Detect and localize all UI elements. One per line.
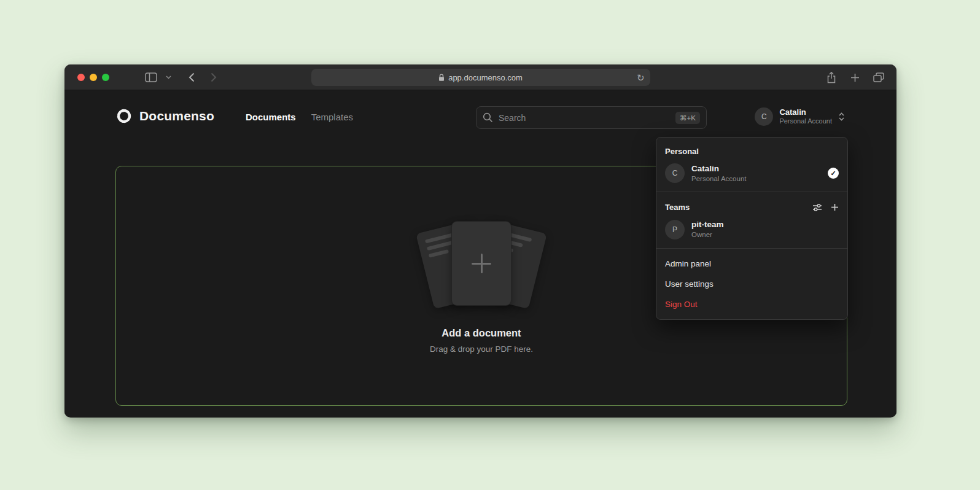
search-input[interactable] xyxy=(499,113,670,123)
menu-divider xyxy=(656,248,847,249)
illustration-card-center xyxy=(452,222,511,305)
share-icon[interactable] xyxy=(826,71,837,84)
brand-name: Documenso xyxy=(139,109,214,123)
documents-illustration xyxy=(414,218,549,311)
sidebar-toggle-icon[interactable] xyxy=(145,72,157,82)
lock-icon xyxy=(438,74,445,82)
minimize-window-button[interactable] xyxy=(90,74,97,81)
avatar: C xyxy=(665,163,685,183)
account-menu-trigger[interactable]: C Catalin Personal Account xyxy=(755,107,845,126)
menu-item-admin-panel[interactable]: Admin panel xyxy=(656,254,847,274)
nav-templates[interactable]: Templates xyxy=(311,112,353,122)
dropzone-subtitle: Drag & drop your PDF here. xyxy=(430,344,533,354)
forward-button[interactable] xyxy=(211,72,217,82)
team-item[interactable]: P pit-team Owner xyxy=(656,216,847,243)
teams-section-heading: Teams xyxy=(656,197,847,216)
nav-documents[interactable]: Documents xyxy=(246,112,296,122)
browser-nav-controls xyxy=(145,72,217,82)
personal-account-type: Personal Account xyxy=(691,174,747,184)
dropzone-title: Add a document xyxy=(441,327,521,339)
avatar: C xyxy=(755,107,773,126)
search-icon xyxy=(483,112,493,123)
team-name: pit-team xyxy=(691,219,724,230)
new-tab-icon[interactable] xyxy=(850,73,860,82)
account-name: Catalin xyxy=(779,107,832,117)
traffic-lights xyxy=(77,74,109,81)
refresh-icon[interactable]: ↻ xyxy=(637,73,645,82)
avatar: P xyxy=(665,220,685,239)
browser-window: app.documenso.com ↻ xyxy=(64,64,896,418)
account-type: Personal Account xyxy=(779,117,832,126)
primary-nav: Documents Templates xyxy=(246,112,353,122)
address-bar[interactable]: app.documenso.com ↻ xyxy=(311,69,650,86)
menu-item-user-settings[interactable]: User settings xyxy=(656,274,847,294)
tab-overview-icon[interactable] xyxy=(873,72,884,82)
selected-check-icon: ✓ xyxy=(828,168,839,179)
add-team-icon[interactable] xyxy=(831,203,839,211)
browser-toolbar-right xyxy=(826,64,884,90)
search-shortcut-badge: ⌘+K xyxy=(675,112,700,124)
close-window-button[interactable] xyxy=(77,74,85,81)
chevron-down-icon[interactable] xyxy=(166,76,171,79)
team-settings-icon[interactable] xyxy=(812,203,822,212)
plus-icon xyxy=(472,254,491,273)
back-button[interactable] xyxy=(189,72,195,82)
menu-divider xyxy=(656,192,847,192)
zoom-window-button[interactable] xyxy=(102,74,109,81)
url-text: app.documenso.com xyxy=(448,73,523,82)
personal-account-name: Catalin xyxy=(691,163,747,174)
selector-chevrons-icon xyxy=(838,112,845,122)
brand[interactable]: Documenso xyxy=(115,107,214,125)
desktop-background: app.documenso.com ↻ xyxy=(0,0,980,490)
menu-item-sign-out[interactable]: Sign Out xyxy=(656,294,847,314)
personal-section-heading: Personal xyxy=(656,141,847,160)
documenso-logo-icon xyxy=(115,107,133,125)
browser-titlebar: app.documenso.com ↻ xyxy=(64,64,896,90)
app-content: Documenso Documents Templates ⌘+K xyxy=(64,90,896,417)
personal-account-item[interactable]: C Catalin Personal Account ✓ xyxy=(656,160,847,187)
account-dropdown-menu: Personal C Catalin Personal Account ✓ Te… xyxy=(656,137,848,320)
search-box[interactable]: ⌘+K xyxy=(476,106,707,129)
team-role: Owner xyxy=(691,230,724,239)
